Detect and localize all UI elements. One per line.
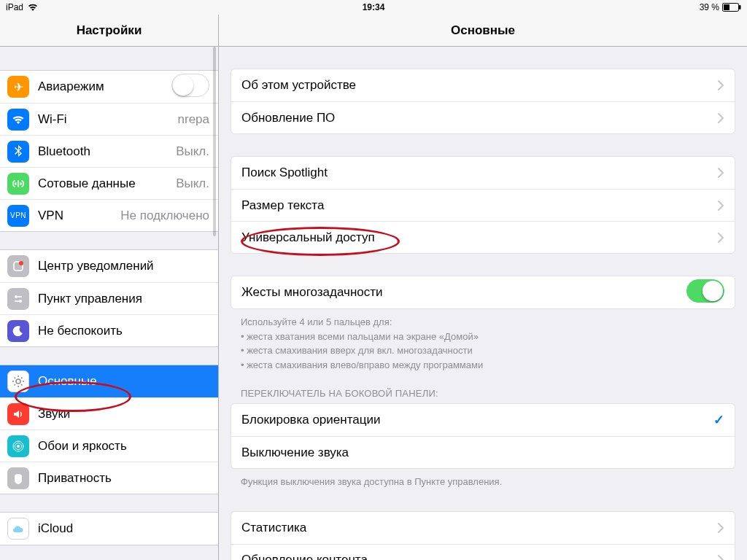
sidebar-item-wifi[interactable]: Wi-Fi nrepa [0, 103, 218, 135]
side-switch-header: ПЕРЕКЛЮЧАТЕЛЬ НА БОКОВОЙ ПАНЕЛИ: [241, 388, 725, 399]
sidebar-title: Настройки [0, 15, 219, 46]
sidebar-item-label: Bluetooth [38, 144, 90, 159]
detail-pane[interactable]: Об этом устройстве Обновление ПО Поиск S… [219, 47, 747, 560]
row-accessibility[interactable]: Универсальный доступ [231, 221, 735, 253]
detail-title: Основные [219, 15, 747, 46]
sidebar-item-general[interactable]: Основные [0, 365, 218, 397]
chevron-right-icon [717, 232, 724, 244]
sidebar-item-label: Приватность [38, 471, 112, 486]
chevron-right-icon [717, 200, 724, 211]
chevron-right-icon [717, 554, 724, 560]
sidebar-item-value: nrepa [178, 112, 209, 127]
status-time: 19:34 [0, 2, 747, 12]
checkmark-icon: ✓ [713, 412, 724, 428]
row-label: Жесты многозадачности [241, 285, 383, 300]
svg-point-5 [15, 295, 18, 298]
sidebar-item-label: Пункт управления [38, 292, 142, 306]
sidebar-item-label: Обои и яркость [38, 439, 127, 454]
svg-point-7 [16, 379, 20, 384]
multitask-hint: Используйте 4 или 5 пальцев для: • жеста… [241, 315, 725, 372]
row-label: Обновление контента [241, 553, 368, 560]
section-spotlight: Поиск Spotlight Размер текста Универсаль… [231, 156, 735, 254]
sidebar-item-dnd[interactable]: Не беспокоить [0, 314, 218, 346]
row-about-device[interactable]: Об этом устройстве [231, 69, 735, 101]
row-label: Блокировка ориентации [241, 413, 380, 427]
sidebar-group: Основные Звуки Обои и яркость Приватност… [0, 365, 218, 494]
row-spotlight[interactable]: Поиск Spotlight [231, 157, 735, 189]
nav-bars: Настройки Основные [0, 15, 747, 47]
icloud-icon [7, 518, 29, 540]
row-lock-orientation[interactable]: Блокировка ориентации ✓ [231, 404, 735, 436]
sidebar-group: iCloud [0, 512, 218, 545]
sidebar-item-cellular[interactable]: Сотовые данные Выкл. [0, 167, 218, 199]
wallpaper-icon [7, 435, 29, 457]
airplane-toggle[interactable] [171, 74, 209, 100]
gear-icon [7, 370, 29, 392]
row-label: Размер текста [241, 198, 324, 213]
svg-point-4 [19, 261, 23, 265]
sidebar-group: ✈︎ Авиарежим Wi-Fi nrepa Bluetooth Выкл.… [0, 70, 218, 232]
row-usage[interactable]: Статистика [231, 512, 735, 544]
cellular-icon [7, 173, 29, 195]
sidebar-item-notifications[interactable]: Центр уведомлений [0, 250, 218, 282]
section-side-switch: Блокировка ориентации ✓ Выключение звука [231, 403, 735, 469]
notifications-icon [7, 255, 29, 277]
sidebar-item-label: Не беспокоить [38, 324, 123, 338]
row-background-refresh[interactable]: Обновление контента [231, 544, 735, 561]
row-text-size[interactable]: Размер текста [231, 189, 735, 221]
sidebar-item-icloud[interactable]: iCloud [0, 513, 218, 545]
svg-point-6 [19, 300, 22, 303]
row-label: Выключение звука [241, 446, 349, 460]
row-label: Статистика [241, 521, 306, 535]
row-label: Универсальный доступ [241, 230, 375, 245]
sidebar-scrollbar[interactable] [213, 47, 216, 236]
sidebar-item-value: Не подключено [120, 209, 209, 223]
sidebar-item-sounds[interactable]: Звуки [0, 397, 218, 429]
wifi-icon [7, 109, 29, 131]
privacy-icon [7, 467, 29, 489]
sidebar-item-label: Wi-Fi [38, 112, 67, 127]
sidebar[interactable]: ✈︎ Авиарежим Wi-Fi nrepa Bluetooth Выкл.… [0, 47, 219, 560]
row-software-update[interactable]: Обновление ПО [231, 101, 735, 133]
sidebar-item-value: Выкл. [176, 176, 209, 191]
sidebar-item-vpn[interactable]: VPN VPN Не подключено [0, 199, 218, 231]
status-bar: iPad 19:34 39 % [0, 0, 747, 15]
section-about: Об этом устройстве Обновление ПО [231, 69, 735, 134]
sidebar-group: Центр уведомлений Пункт управления Не бе… [0, 249, 218, 347]
section-multitask: Жесты многозадачности [231, 276, 735, 309]
multitask-toggle[interactable] [686, 279, 724, 306]
sidebar-item-wallpaper[interactable]: Обои и яркость [0, 429, 218, 462]
chevron-right-icon [717, 167, 724, 179]
row-label: Об этом устройстве [241, 78, 356, 93]
row-label: Обновление ПО [241, 111, 335, 125]
section-usage: Статистика Обновление контента [231, 511, 735, 561]
sidebar-item-label: iCloud [38, 521, 73, 536]
sidebar-item-label: VPN [38, 209, 63, 223]
sidebar-item-control-center[interactable]: Пункт управления [0, 282, 218, 314]
sidebar-item-label: Основные [38, 374, 97, 389]
vpn-icon: VPN [7, 205, 29, 227]
sidebar-item-bluetooth[interactable]: Bluetooth Выкл. [0, 135, 218, 167]
dnd-icon [7, 320, 29, 342]
row-label: Поиск Spotlight [241, 166, 328, 180]
sidebar-item-label: Авиарежим [38, 79, 104, 94]
chevron-right-icon [717, 522, 724, 534]
sounds-icon [7, 403, 29, 425]
row-multitask-gestures[interactable]: Жесты многозадачности [231, 276, 735, 308]
chevron-right-icon [717, 112, 724, 124]
sidebar-item-label: Центр уведомлений [38, 259, 154, 273]
sidebar-item-label: Сотовые данные [38, 176, 136, 191]
sidebar-item-privacy[interactable]: Приватность [0, 462, 218, 494]
bluetooth-icon [7, 141, 29, 163]
sidebar-item-value: Выкл. [176, 144, 209, 159]
control-center-icon [7, 288, 29, 310]
row-mute[interactable]: Выключение звука [231, 436, 735, 468]
sidebar-item-airplane[interactable]: ✈︎ Авиарежим [0, 71, 218, 103]
svg-point-10 [17, 445, 20, 448]
side-switch-footer: Функция выключения звука доступна в Пунк… [241, 475, 725, 489]
chevron-right-icon [717, 79, 724, 91]
airplane-icon: ✈︎ [7, 76, 29, 98]
sidebar-item-label: Звуки [38, 407, 70, 421]
